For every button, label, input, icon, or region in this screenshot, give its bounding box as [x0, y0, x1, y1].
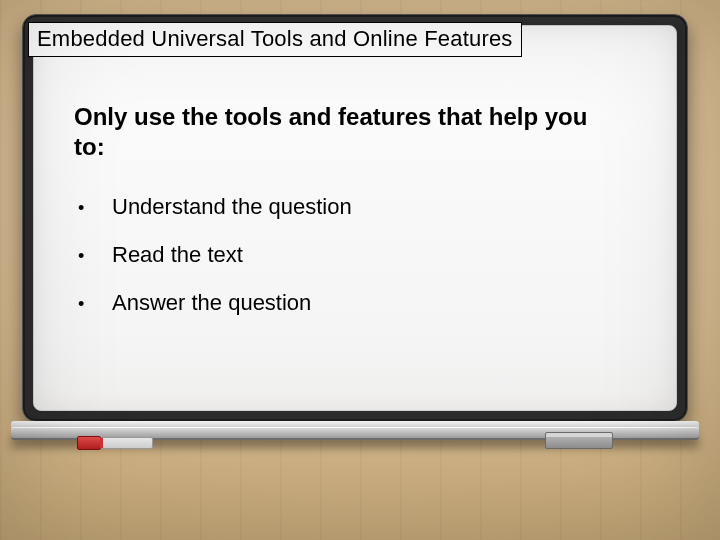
marker-icon — [83, 435, 161, 449]
list-item-text: Read the text — [112, 242, 243, 268]
eraser-icon — [545, 432, 613, 449]
whiteboard: Embedded Universal Tools and Online Feat… — [33, 25, 677, 411]
slide-background: Embedded Universal Tools and Online Feat… — [0, 0, 720, 540]
slide-subheading: Only use the tools and features that hel… — [74, 102, 596, 162]
bullet-list: • Understand the question • Read the tex… — [78, 194, 616, 338]
bullet-icon: • — [78, 246, 112, 267]
list-item: • Read the text — [78, 242, 616, 268]
bullet-icon: • — [78, 198, 112, 219]
list-item: • Understand the question — [78, 194, 616, 220]
blackboard-frame: Embedded Universal Tools and Online Feat… — [22, 14, 688, 422]
list-item-text: Understand the question — [112, 194, 352, 220]
bullet-icon: • — [78, 294, 112, 315]
slide-title: Embedded Universal Tools and Online Feat… — [28, 22, 522, 57]
chalk-tray — [11, 421, 699, 451]
list-item-text: Answer the question — [112, 290, 311, 316]
list-item: • Answer the question — [78, 290, 616, 316]
